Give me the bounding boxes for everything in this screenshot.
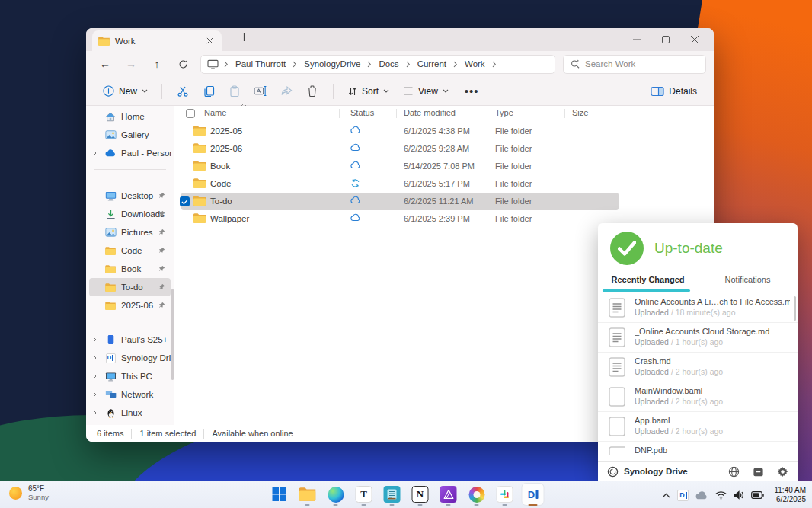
breadcrumb-item[interactable]: Docs	[375, 58, 402, 70]
availability-status: Available when online	[212, 429, 293, 438]
tab-notifications[interactable]: Notifications	[698, 267, 798, 292]
column-header-status[interactable]: Status	[350, 108, 374, 117]
changed-file-item[interactable]: MainWindow.baml Uploaded / 2 hour(s) ago	[598, 382, 798, 412]
battery-icon[interactable]	[751, 491, 764, 499]
view-button[interactable]: View	[396, 83, 456, 100]
column-header-date[interactable]: Date modified	[404, 108, 456, 117]
tab-close-icon[interactable]	[204, 37, 216, 44]
tray-synology-icon[interactable]: D	[677, 490, 689, 501]
rename-button[interactable]	[248, 81, 273, 102]
search-input[interactable]	[585, 59, 684, 69]
cut-button[interactable]	[170, 81, 196, 102]
sidebar-item-desktop[interactable]: Desktop	[89, 187, 171, 205]
sidebar-label: Paul - Personal	[121, 149, 171, 158]
tray-expand-chevron[interactable]	[662, 493, 670, 498]
back-button[interactable]: ←	[95, 55, 115, 73]
copy-button[interactable]	[196, 81, 222, 102]
expander-icon[interactable]	[93, 150, 98, 156]
new-tab-button[interactable]	[235, 33, 253, 41]
breadcrumb-item[interactable]: Paul Thurrott	[232, 58, 289, 70]
sidebar-item-pauls-s25[interactable]: Paul's S25+	[89, 331, 171, 349]
details-toggle-label: Details	[669, 86, 697, 97]
sidebar-item-network[interactable]: Network	[89, 385, 171, 404]
sidebar-item-book[interactable]: Book	[89, 260, 171, 278]
taskbar-file-explorer[interactable]	[297, 484, 318, 505]
tab-recently-changed[interactable]: Recently Changed	[598, 267, 698, 292]
tray-onedrive-icon[interactable]	[695, 491, 708, 500]
taskbar-paint[interactable]	[466, 484, 488, 505]
taskbar-affinity-photo[interactable]	[438, 484, 459, 505]
sidebar-item-home[interactable]: Home	[89, 107, 171, 126]
sidebar-item-2025-06[interactable]: 2025-06	[89, 296, 171, 315]
file-row-selected[interactable]: To-do 6/2/2025 11:21 AM File folder	[181, 193, 619, 210]
file-type: File folder	[495, 196, 532, 206]
popup-tabs: Recently Changed Notifications	[598, 267, 798, 292]
folder-icon	[104, 300, 117, 312]
breadcrumb-item[interactable]: Current	[414, 58, 450, 70]
tab-work[interactable]: Work	[92, 30, 222, 51]
sidebar-item-gallery[interactable]: Gallery	[89, 126, 171, 144]
taskbar-slack[interactable]	[494, 484, 516, 505]
details-toggle[interactable]: Details	[644, 83, 703, 100]
file-row[interactable]: Wallpaper 6/1/2025 2:39 PM File folder	[181, 210, 619, 228]
expander-icon[interactable]	[93, 373, 98, 379]
sidebar-item-synology-drive[interactable]: D Synology Drive - t	[89, 349, 171, 367]
paste-button[interactable]	[222, 81, 248, 102]
gear-icon[interactable]	[777, 466, 788, 478]
volume-icon[interactable]	[734, 490, 744, 500]
delete-button[interactable]	[299, 81, 325, 102]
share-button[interactable]	[273, 81, 299, 102]
breadcrumb: Paul Thurrott SynologyDrive Docs Current…	[200, 55, 555, 74]
select-all-checkbox[interactable]	[186, 109, 195, 118]
sidebar-item-this-pc[interactable]: This PC	[89, 367, 171, 385]
changed-file-item[interactable]: Crash.md Uploaded / 2 hour(s) ago	[598, 353, 798, 382]
popup-scrollbar[interactable]	[794, 296, 796, 321]
sidebar-item-linux[interactable]: Linux	[89, 404, 171, 422]
file-name: 2025-05	[210, 126, 242, 136]
portal-icon[interactable]	[753, 466, 764, 478]
file-row[interactable]: Code 6/1/2025 5:17 PM File folder	[181, 175, 619, 193]
new-button[interactable]: New	[97, 82, 154, 100]
sidebar-item-code[interactable]: Code	[89, 241, 171, 260]
changed-file-item[interactable]: _Online Accounts Cloud Storage.md Upload…	[598, 323, 798, 353]
changed-file-item[interactable]: Online Accounts A Li…ch to File Access.m…	[598, 293, 798, 323]
expander-icon[interactable]	[93, 337, 98, 343]
changed-file-item[interactable]: DNP.pdb	[598, 442, 798, 461]
up-button[interactable]: ↑	[147, 55, 167, 73]
taskbar-synology-drive[interactable]: D	[523, 484, 544, 505]
cloud-status-icon	[350, 143, 361, 152]
weather-widget[interactable]: 65°F Sunny	[9, 484, 49, 501]
more-options-button[interactable]: •••	[456, 85, 488, 97]
close-button[interactable]	[680, 28, 709, 51]
taskbar-typora[interactable]: T	[353, 484, 375, 505]
file-row[interactable]: 2025-05 6/1/2025 4:38 PM File folder	[181, 123, 619, 140]
globe-icon[interactable]	[728, 466, 740, 478]
checked-checkbox[interactable]	[180, 196, 190, 206]
column-header-type[interactable]: Type	[495, 108, 513, 117]
expander-icon[interactable]	[93, 355, 98, 361]
expander-icon[interactable]	[93, 410, 98, 416]
clock[interactable]: 11:40 AM 6/2/2025	[774, 486, 806, 505]
sidebar-item-paul-personal[interactable]: Paul - Personal	[89, 144, 171, 162]
taskbar-notepads[interactable]	[382, 484, 403, 505]
sidebar-item-pictures[interactable]: Pictures	[89, 223, 171, 241]
maximize-button[interactable]	[651, 28, 680, 51]
start-button[interactable]	[269, 484, 290, 505]
breadcrumb-item[interactable]: SynologyDrive	[300, 58, 364, 70]
column-header-name[interactable]: Name	[204, 108, 226, 117]
taskbar-notion[interactable]: N	[410, 484, 431, 505]
minimize-button[interactable]	[622, 28, 651, 51]
taskbar-edge[interactable]	[325, 484, 347, 505]
breadcrumb-item[interactable]: Work	[461, 58, 489, 70]
forward-button[interactable]: →	[121, 55, 141, 73]
file-row[interactable]: Book 5/14/2025 7:08 PM File folder	[181, 158, 619, 175]
sort-button[interactable]: Sort	[341, 83, 396, 100]
wifi-icon[interactable]	[715, 490, 727, 500]
sidebar-item-todo[interactable]: To-do	[89, 278, 171, 296]
sidebar-item-downloads[interactable]: Downloads	[89, 205, 171, 223]
expander-icon[interactable]	[93, 391, 98, 398]
column-header-size[interactable]: Size	[572, 108, 588, 117]
refresh-button[interactable]	[173, 55, 193, 73]
changed-file-item[interactable]: App.baml Uploaded / 2 hour(s) ago	[598, 412, 798, 442]
file-row[interactable]: 2025-06 6/2/2025 9:28 AM File folder	[181, 140, 619, 158]
